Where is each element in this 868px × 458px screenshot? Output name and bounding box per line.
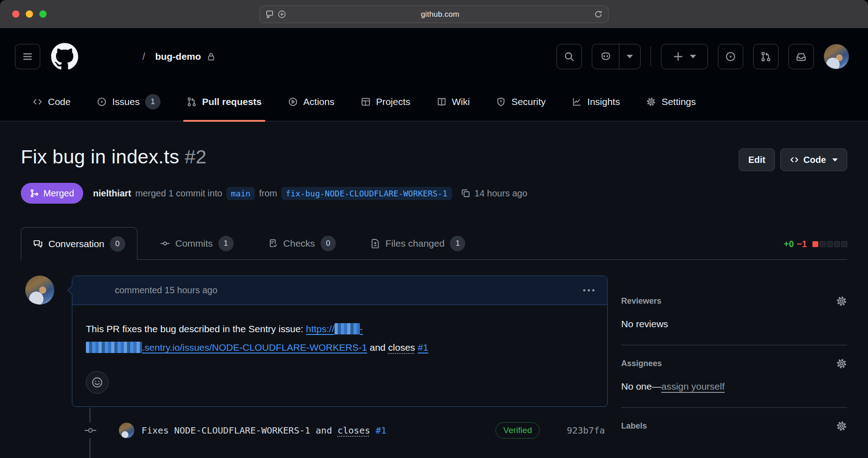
hamburger-menu-button[interactable] — [15, 44, 40, 69]
book-icon — [437, 97, 447, 107]
sentry-issue-link[interactable]: https://- — [306, 324, 363, 334]
merged-timestamp: 14 hours ago — [475, 188, 528, 199]
chevron-down-icon — [627, 55, 633, 58]
tab-label: Insights — [587, 96, 620, 107]
reload-icon[interactable] — [594, 10, 603, 19]
head-branch-label[interactable]: fix-bug-NODE-CLOUDFLARE-WORKERS-1 — [281, 187, 452, 200]
assign-yourself-link[interactable]: assign yourself — [661, 381, 725, 391]
merged-label: Merged — [43, 188, 74, 199]
tab-conversation[interactable]: Conversation 0 — [21, 227, 137, 260]
edit-button[interactable]: Edit — [739, 148, 775, 171]
table-icon — [361, 97, 371, 107]
code-dropdown-button[interactable]: Code — [780, 148, 847, 171]
tab-security[interactable]: Security — [486, 82, 556, 121]
closes-keyword[interactable]: closes — [337, 425, 370, 436]
issue-1-link[interactable]: #1 — [418, 342, 428, 353]
extension-plus-icon[interactable] — [278, 10, 286, 19]
repo-name-link[interactable]: bug-demo — [155, 51, 201, 62]
tab-issues[interactable]: Issues 1 — [87, 82, 170, 121]
kebab-menu-icon[interactable] — [583, 289, 594, 291]
issue-1-link[interactable]: #1 — [376, 425, 387, 436]
commit-sha-link[interactable]: 923b7fa — [567, 425, 605, 436]
copy-icon[interactable] — [461, 188, 471, 198]
tab-insights[interactable]: Insights — [562, 82, 630, 121]
github-logo[interactable] — [51, 43, 78, 70]
link-text: - — [360, 324, 363, 334]
tab-commits[interactable]: Commits 1 — [148, 227, 245, 259]
github-header: / bug-demo — [0, 28, 868, 121]
labels-title[interactable]: Labels — [621, 421, 647, 431]
tab-label: Files changed — [386, 238, 445, 249]
reader-view-icon[interactable] — [265, 10, 274, 19]
tab-projects[interactable]: Projects — [351, 82, 420, 121]
url-text[interactable]: github.com — [286, 10, 594, 19]
comment-body: This PR fixes the bug described in the S… — [72, 305, 607, 406]
diffstat-block — [827, 241, 833, 247]
close-window-button[interactable] — [12, 10, 19, 18]
commit-author-avatar[interactable] — [119, 423, 134, 438]
tab-label: Settings — [661, 96, 696, 107]
zoom-window-button[interactable] — [39, 10, 47, 18]
pr-title-text: Fix bug in index.ts — [21, 146, 179, 167]
closes-keyword[interactable]: closes — [388, 342, 415, 353]
reviewers-empty-text: No reviews — [621, 319, 847, 329]
copilot-button[interactable] — [592, 44, 619, 69]
base-branch-label[interactable]: main — [226, 187, 255, 200]
verified-badge[interactable]: Verified — [495, 422, 539, 439]
copilot-dropdown-caret[interactable] — [619, 44, 640, 69]
checks-count-badge: 0 — [321, 236, 336, 251]
author-link[interactable]: nielthiart — [93, 188, 131, 199]
sentry-issue-link[interactable]: .sentry.io/issues/NODE-CLOUDFLARE-WORKER… — [86, 342, 367, 353]
tab-code[interactable]: Code — [23, 82, 80, 121]
tab-label: Actions — [303, 96, 335, 107]
browser-window: github.com / bug-demo — [0, 0, 868, 458]
reviewers-title[interactable]: Reviewers — [621, 296, 661, 306]
address-bar[interactable]: github.com — [259, 5, 609, 23]
tab-checks[interactable]: Checks 0 — [256, 227, 348, 259]
commit-message-link[interactable]: Fixes NODE-CLOUDFLARE-WORKERS-1 and clos… — [142, 425, 387, 436]
pr-sidebar: Reviewers No reviews Assignees No one—as… — [621, 276, 847, 447]
minimize-window-button[interactable] — [26, 10, 33, 18]
inbox-icon — [796, 51, 807, 62]
comment-text: This PR fixes the bug described in the S… — [86, 324, 306, 334]
labels-section: Labels — [621, 408, 847, 447]
gear-icon[interactable] — [836, 358, 847, 369]
additions-count: +0 — [783, 239, 794, 249]
diffstat: +0 −1 — [783, 239, 847, 259]
inbox-button[interactable] — [788, 44, 814, 69]
search-button[interactable] — [557, 44, 582, 69]
create-new-button[interactable] — [661, 44, 708, 69]
comment-author-avatar[interactable] — [25, 276, 54, 305]
shield-icon — [496, 97, 506, 107]
tab-label: Conversation — [48, 239, 104, 249]
tab-actions[interactable]: Actions — [278, 82, 344, 121]
gear-icon[interactable] — [836, 296, 847, 307]
pull-requests-dashboard-button[interactable] — [753, 44, 778, 69]
git-commit-icon — [160, 239, 170, 248]
commits-count-badge: 1 — [218, 236, 234, 251]
add-reaction-button[interactable] — [86, 371, 108, 394]
issues-dashboard-button[interactable] — [718, 44, 743, 69]
graph-icon — [572, 97, 582, 107]
code-button-label: Code — [803, 155, 826, 165]
tab-label: Checks — [283, 238, 315, 249]
pr-tab-bar: Conversation 0 Commits 1 Checks 0 Files … — [21, 227, 847, 260]
code-icon — [790, 155, 799, 164]
tab-wiki[interactable]: Wiki — [427, 82, 480, 121]
tab-label: Commits — [175, 238, 213, 249]
tab-pull-requests[interactable]: Pull requests — [177, 82, 272, 121]
issues-count-badge: 1 — [145, 94, 160, 110]
space — [370, 425, 376, 436]
play-circle-icon — [288, 97, 298, 107]
gear-icon — [646, 97, 656, 107]
user-avatar[interactable] — [824, 44, 849, 69]
issue-opened-icon — [97, 97, 107, 107]
breadcrumb: / bug-demo — [142, 51, 216, 62]
tab-settings[interactable]: Settings — [636, 82, 706, 121]
diffstat-block — [834, 241, 840, 247]
gear-icon[interactable] — [836, 420, 847, 432]
git-commit-icon — [84, 423, 97, 438]
assignees-title[interactable]: Assignees — [621, 359, 662, 368]
merge-action-text: merged 1 commit into — [135, 188, 222, 199]
tab-files-changed[interactable]: Files changed 1 — [359, 227, 477, 259]
